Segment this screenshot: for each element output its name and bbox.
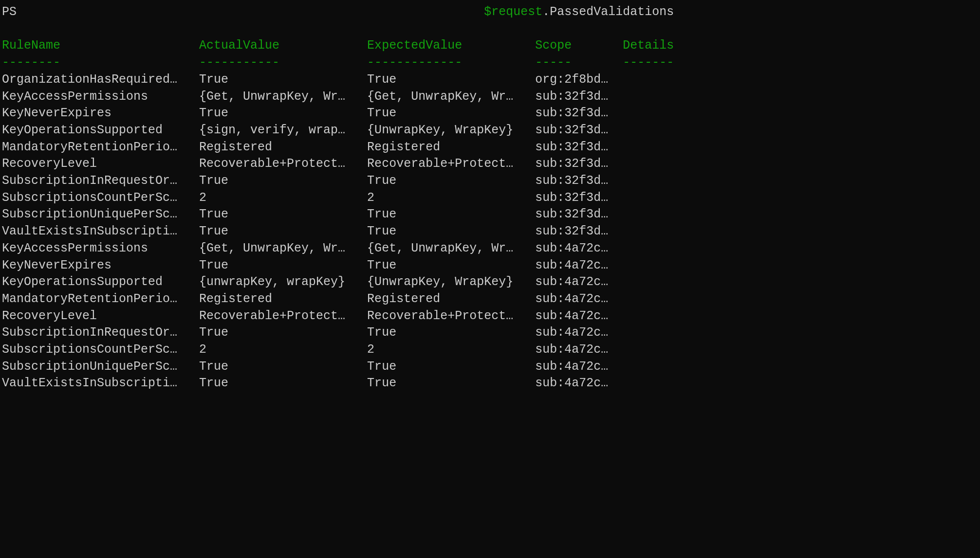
table-row: KeyNeverExpires True True sub:4a72c… — [2, 258, 681, 272]
table-header-dashes: -------- ----------- ------------- -----… — [2, 55, 681, 70]
table-row: SubscriptionsCountPerSc… 2 2 sub:32f3d… — [2, 191, 681, 205]
table-row: SubscriptionUniquePerSc… True True sub:3… — [2, 207, 681, 221]
redacted-path — [24, 5, 484, 19]
table-row: KeyAccessPermissions {Get, UnwrapKey, Wr… — [2, 90, 681, 104]
table-row: OrganizationHasRequired… True True org:2… — [2, 72, 681, 87]
command-variable: $request — [484, 5, 542, 19]
table-row: MandatoryRetentionPerio… Registered Regi… — [2, 140, 681, 154]
table-row: SubscriptionInRequestOr… True True sub:3… — [2, 174, 681, 188]
table-row: KeyOperationsSupported {unwrapKey, wrapK… — [2, 275, 681, 289]
table-row: SubscriptionUniquePerSc… True True sub:4… — [2, 360, 681, 374]
table-row: KeyNeverExpires True True sub:32f3d… — [2, 106, 681, 120]
terminal-output: PS $request.PassedValidations RuleName A… — [0, 0, 980, 392]
table-row: VaultExistsInSubscripti… True True sub:3… — [2, 224, 681, 238]
table-row: SubscriptionsCountPerSc… 2 2 sub:4a72c… — [2, 342, 681, 357]
table-row: RecoveryLevel Recoverable+Protect… Recov… — [2, 157, 681, 171]
table-row: RecoveryLevel Recoverable+Protect… Recov… — [2, 309, 681, 323]
table-row: KeyOperationsSupported {sign, verify, wr… — [2, 123, 681, 137]
command-property: .PassedValidations — [542, 5, 674, 19]
table-header-row: RuleName ActualValue ExpectedValue Scope… — [2, 38, 681, 53]
table-row: KeyAccessPermissions {Get, UnwrapKey, Wr… — [2, 241, 681, 255]
ps-prompt-prefix: PS — [2, 5, 24, 19]
table-row: VaultExistsInSubscripti… True True sub:4… — [2, 376, 681, 390]
table-row: SubscriptionInRequestOr… True True sub:4… — [2, 325, 681, 340]
table-row: MandatoryRetentionPerio… Registered Regi… — [2, 292, 681, 306]
table-body: OrganizationHasRequired… True True org:2… — [2, 72, 980, 392]
